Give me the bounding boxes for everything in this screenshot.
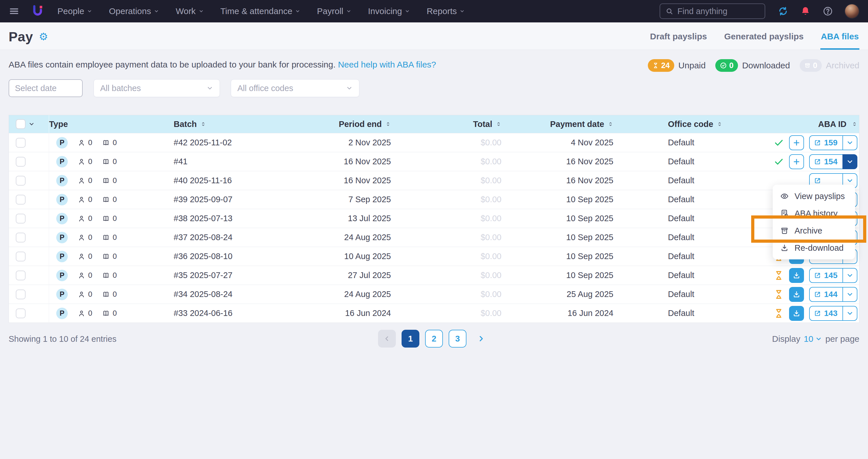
- nav-item-work[interactable]: Work: [176, 6, 204, 16]
- office-codes-filter-select[interactable]: All office codes: [231, 79, 360, 97]
- row-checkbox[interactable]: [16, 233, 26, 242]
- select-all-chevron-icon[interactable]: [28, 121, 35, 127]
- menu-item-re-download[interactable]: Re-download: [773, 239, 855, 257]
- open-aba-file-button[interactable]: 145: [809, 268, 842, 283]
- column-header-aba-id[interactable]: ABA ID: [763, 115, 859, 133]
- help-link[interactable]: Need help with ABA files?: [338, 60, 436, 69]
- table-row: P 0 0 #37 2025-08-24 24 Aug 2025 $0.00 1…: [9, 228, 859, 247]
- column-header-payment-date[interactable]: Payment date: [501, 115, 613, 133]
- row-entries-count: 0: [113, 195, 117, 204]
- app-logo-icon[interactable]: [31, 5, 44, 18]
- download-aba-button[interactable]: [789, 268, 804, 283]
- row-batch[interactable]: #35 2025-07-27: [163, 266, 315, 285]
- open-aba-file-button[interactable]: 159: [809, 135, 842, 150]
- add-payment-button[interactable]: [789, 135, 804, 150]
- row-batch[interactable]: #34 2025-08-24: [163, 285, 315, 304]
- row-batch[interactable]: #42 2025-11-02: [163, 133, 315, 152]
- nav-item-reports[interactable]: Reports: [427, 6, 465, 16]
- person-icon: [78, 214, 86, 223]
- menu-item-archive[interactable]: Archive: [773, 222, 855, 239]
- column-header-period-end[interactable]: Period end: [315, 115, 391, 133]
- help-icon[interactable]: [823, 6, 833, 17]
- nav-label: Time & attendance: [220, 6, 292, 16]
- row-batch[interactable]: #39 2025-09-07: [163, 190, 315, 209]
- row-batch[interactable]: #40 2025-11-16: [163, 171, 315, 190]
- downloaded-filter-badge[interactable]: 0 Downloaded: [715, 59, 790, 72]
- tab-draft-payslips[interactable]: Draft payslips: [650, 32, 708, 50]
- download-aba-button[interactable]: [789, 287, 804, 302]
- tab-aba-files[interactable]: ABA files: [820, 32, 859, 50]
- settings-gear-icon[interactable]: ⚙: [39, 32, 48, 42]
- open-aba-file-button[interactable]: 144: [809, 287, 842, 302]
- menu-item-aba-history[interactable]: ABA history: [773, 205, 855, 222]
- row-checkbox[interactable]: [16, 157, 26, 167]
- page-button-3[interactable]: 3: [448, 330, 466, 348]
- row-checkbox[interactable]: [16, 214, 26, 224]
- open-aba-file-button[interactable]: 143: [809, 306, 842, 321]
- row-batch[interactable]: #41: [163, 152, 315, 171]
- aba-id-split-button: 144: [809, 287, 857, 302]
- row-entries-count: 0: [113, 233, 117, 242]
- row-batch[interactable]: #33 2024-06-16: [163, 304, 315, 322]
- nav-item-time-attendance[interactable]: Time & attendance: [220, 6, 301, 16]
- column-header-total[interactable]: Total: [391, 115, 501, 133]
- row-employees-count: 0: [78, 157, 92, 166]
- sort-icon: [608, 121, 613, 127]
- row-type-badge: P: [56, 137, 68, 148]
- row-batch[interactable]: #38 2025-07-13: [163, 209, 315, 228]
- aba-dropdown-toggle[interactable]: [842, 306, 857, 321]
- chevron-down-icon: [846, 177, 854, 184]
- aba-dropdown-toggle[interactable]: [842, 154, 857, 169]
- column-header-office-code[interactable]: Office code: [613, 115, 763, 133]
- nav-item-invoicing[interactable]: Invoicing: [368, 6, 410, 16]
- aba-dropdown-toggle[interactable]: [842, 287, 857, 302]
- unpaid-filter-badge[interactable]: 24 Unpaid: [648, 59, 706, 72]
- hamburger-menu-icon[interactable]: [9, 6, 20, 17]
- row-total: $0.00: [391, 285, 501, 304]
- row-checkbox[interactable]: [16, 138, 26, 148]
- row-office-code: Default: [613, 304, 763, 322]
- row-checkbox[interactable]: [16, 270, 26, 280]
- batches-filter-select[interactable]: All batches: [94, 79, 220, 97]
- nav-item-operations[interactable]: Operations: [109, 6, 159, 16]
- row-entries-count-wrap: 0: [102, 195, 117, 204]
- per-page-select[interactable]: 10: [804, 334, 822, 344]
- add-payment-button[interactable]: [789, 154, 804, 169]
- menu-item-view-payslips[interactable]: View payslips: [773, 188, 855, 205]
- row-period-end: 27 Jul 2025: [315, 266, 391, 285]
- nav-item-payroll[interactable]: Payroll: [317, 6, 351, 16]
- row-checkbox[interactable]: [16, 309, 26, 318]
- archived-filter-badge[interactable]: 0 Archived: [800, 59, 859, 72]
- page-button-2[interactable]: 2: [425, 330, 443, 348]
- row-batch[interactable]: #37 2025-08-24: [163, 228, 315, 247]
- column-header-batch[interactable]: Batch: [163, 115, 315, 133]
- search-input[interactable]: [677, 7, 786, 16]
- row-type-badge: P: [56, 213, 68, 224]
- nav-item-people[interactable]: People: [57, 6, 92, 16]
- user-avatar[interactable]: [845, 4, 859, 18]
- download-aba-button[interactable]: [789, 306, 804, 321]
- row-period-end: 16 Jun 2024: [315, 304, 391, 322]
- page-button-1[interactable]: 1: [402, 330, 420, 348]
- row-checkbox[interactable]: [16, 290, 26, 299]
- external-link-icon: [814, 291, 821, 298]
- date-filter-input[interactable]: [9, 79, 83, 97]
- aba-id-value: 144: [824, 290, 838, 299]
- global-search[interactable]: [660, 3, 765, 19]
- previous-page-button[interactable]: [378, 330, 396, 348]
- row-office-code: Default: [613, 228, 763, 247]
- pending-hourglass-icon: [774, 289, 784, 299]
- archived-label: Archived: [826, 61, 859, 70]
- sync-icon[interactable]: [778, 6, 788, 17]
- notifications-bell-icon[interactable]: [800, 6, 811, 17]
- row-batch[interactable]: #36 2025-08-10: [163, 247, 315, 266]
- open-aba-file-button[interactable]: 154: [809, 154, 842, 169]
- aba-dropdown-toggle[interactable]: [842, 135, 857, 150]
- tab-generated-payslips[interactable]: Generated payslips: [724, 32, 804, 50]
- row-checkbox[interactable]: [16, 252, 26, 261]
- select-all-checkbox[interactable]: [16, 119, 26, 129]
- row-checkbox[interactable]: [16, 176, 26, 185]
- aba-dropdown-toggle[interactable]: [842, 268, 857, 283]
- next-page-button[interactable]: [472, 330, 490, 348]
- row-checkbox[interactable]: [16, 195, 26, 204]
